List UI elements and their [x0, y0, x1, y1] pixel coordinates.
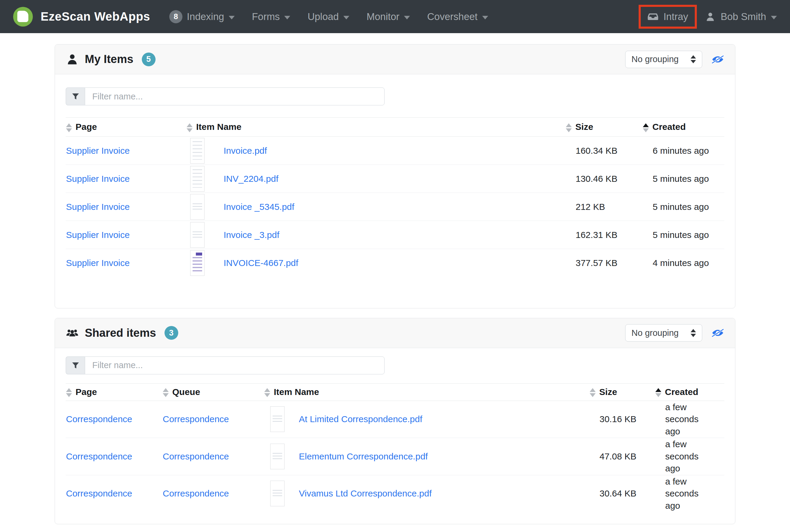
item-created: 6 minutes ago [642, 137, 724, 165]
filter-funnel-icon [66, 357, 85, 374]
intray-label: Intray [663, 11, 688, 22]
item-name-link[interactable]: Elementum Correspondence.pdf [299, 451, 428, 461]
menu-item-label: Forms [252, 11, 280, 22]
sort-icon-active [643, 123, 649, 132]
intray-highlight-annotation: Intray [639, 5, 697, 28]
page-link[interactable]: Supplier Invoice [66, 230, 130, 240]
hide-panel-button[interactable] [711, 327, 724, 339]
menu-item-label: Monitor [366, 11, 399, 22]
menu-item-monitor[interactable]: Monitor [366, 11, 410, 22]
item-name-link[interactable]: Invoice.pdf [224, 146, 267, 156]
shared-items-panel: Shared items 3 No grouping [55, 318, 735, 525]
document-thumbnail[interactable] [190, 166, 205, 192]
item-created: a few seconds ago [655, 438, 724, 475]
sort-icon-active [655, 388, 661, 397]
ezescan-logo-icon [13, 7, 33, 26]
item-name-link[interactable]: At Limited Correspondence.pdf [299, 414, 422, 424]
item-name-link[interactable]: Vivamus Ltd Correspondence.pdf [299, 489, 432, 498]
hide-panel-button[interactable] [711, 54, 724, 65]
menu-item-forms[interactable]: Forms [252, 11, 290, 22]
user-icon [704, 11, 716, 22]
page-link[interactable]: Supplier Invoice [66, 174, 130, 184]
column-header-queue[interactable]: Queue [163, 383, 264, 401]
queue-link[interactable]: Correspondence [163, 451, 229, 461]
page-link[interactable]: Supplier Invoice [66, 202, 130, 212]
table-row: Supplier Invoice Invoice.pdf 160.34 KB 6… [66, 137, 724, 165]
table-row: Correspondence Correspondence Vivamus Lt… [66, 475, 724, 512]
sort-icon [566, 123, 572, 132]
my-items-table: Page Item Name Size Created Supplier Inv… [66, 117, 724, 277]
table-header-row: Page Item Name Size Created [66, 118, 724, 137]
column-header-item-name[interactable]: Item Name [186, 118, 565, 137]
item-size: 377.57 KB [565, 249, 642, 277]
document-thumbnail[interactable] [190, 194, 205, 220]
document-thumbnail[interactable] [190, 250, 205, 276]
item-count-badge: 3 [165, 326, 178, 340]
column-header-item-name[interactable]: Item Name [264, 383, 589, 401]
chevron-down-icon [404, 16, 410, 19]
menu-item-upload[interactable]: Upload [307, 11, 349, 22]
indexing-count-badge: 8 [169, 10, 183, 23]
item-name-link[interactable]: INV_2204.pdf [224, 174, 278, 184]
sort-icon [66, 388, 72, 397]
document-thumbnail[interactable] [270, 444, 284, 469]
page-link[interactable]: Correspondence [66, 451, 132, 461]
document-thumbnail[interactable] [270, 406, 284, 432]
document-thumbnail[interactable] [270, 481, 284, 506]
item-name-link[interactable]: INVOICE-4667.pdf [224, 258, 298, 268]
eye-slash-icon [711, 54, 724, 65]
shared-items-table: Page Queue Item Name Size Created Corres… [66, 383, 724, 512]
document-thumbnail[interactable] [190, 222, 205, 248]
table-row: Supplier Invoice Invoice _3.pdf 162.31 K… [66, 221, 724, 249]
user-menu-button[interactable]: Bob Smith [704, 11, 777, 22]
panel-title-text: Shared items [85, 327, 156, 339]
queue-link[interactable]: Correspondence [163, 414, 229, 424]
item-size: 162.31 KB [565, 221, 642, 249]
item-size: 30.64 KB [589, 475, 655, 512]
panel-title: My Items 5 [66, 53, 155, 66]
item-count-badge: 5 [142, 53, 155, 66]
grouping-value: No grouping [632, 328, 679, 338]
panel-title: Shared items 3 [66, 326, 178, 340]
chevron-down-icon [343, 16, 349, 19]
eye-slash-icon [711, 327, 724, 339]
column-header-created[interactable]: Created [655, 383, 724, 401]
item-name-link[interactable]: Invoice _5345.pdf [224, 202, 295, 212]
filter-input[interactable] [85, 357, 384, 374]
item-created: 5 minutes ago [642, 193, 724, 221]
chevron-down-icon [229, 16, 235, 19]
column-header-page[interactable]: Page [66, 118, 186, 137]
filter-funnel-icon [66, 88, 85, 106]
document-thumbnail[interactable] [190, 138, 205, 164]
item-name-link[interactable]: Invoice _3.pdf [224, 230, 280, 240]
column-header-size[interactable]: Size [589, 383, 655, 401]
filter-input[interactable] [85, 88, 384, 106]
column-header-page[interactable]: Page [66, 383, 163, 401]
page-link[interactable]: Correspondence [66, 414, 132, 424]
grouping-select[interactable]: No grouping [625, 51, 702, 68]
chevron-down-icon [284, 16, 290, 19]
column-header-created[interactable]: Created [642, 118, 724, 137]
menu-item-indexing[interactable]: 8 Indexing [169, 10, 235, 23]
sort-icon [163, 388, 169, 397]
column-header-size[interactable]: Size [565, 118, 642, 137]
intray-button[interactable]: Intray [647, 11, 688, 22]
page-link[interactable]: Correspondence [66, 489, 132, 498]
grouping-select[interactable]: No grouping [625, 324, 702, 342]
table-row: Supplier Invoice INVOICE-4667.pdf 377.57… [66, 249, 724, 277]
top-navbar: EzeScan WebApps 8 Indexing Forms Upload … [0, 0, 790, 33]
sort-icon [187, 123, 192, 132]
queue-link[interactable]: Correspondence [163, 489, 229, 498]
brand-link[interactable]: EzeScan WebApps [13, 7, 150, 26]
item-created: a few seconds ago [655, 401, 724, 438]
item-size: 212 KB [565, 193, 642, 221]
menu-item-label: Upload [307, 11, 339, 22]
menu-item-label: Indexing [187, 11, 224, 22]
menu-item-coversheet[interactable]: Coversheet [427, 11, 488, 22]
item-created: a few seconds ago [655, 475, 724, 512]
main-menu: 8 Indexing Forms Upload Monitor Covershe… [169, 10, 488, 23]
page-link[interactable]: Supplier Invoice [66, 146, 130, 155]
page-link[interactable]: Supplier Invoice [66, 258, 130, 268]
user-icon [66, 53, 79, 66]
item-size: 160.34 KB [565, 137, 642, 165]
